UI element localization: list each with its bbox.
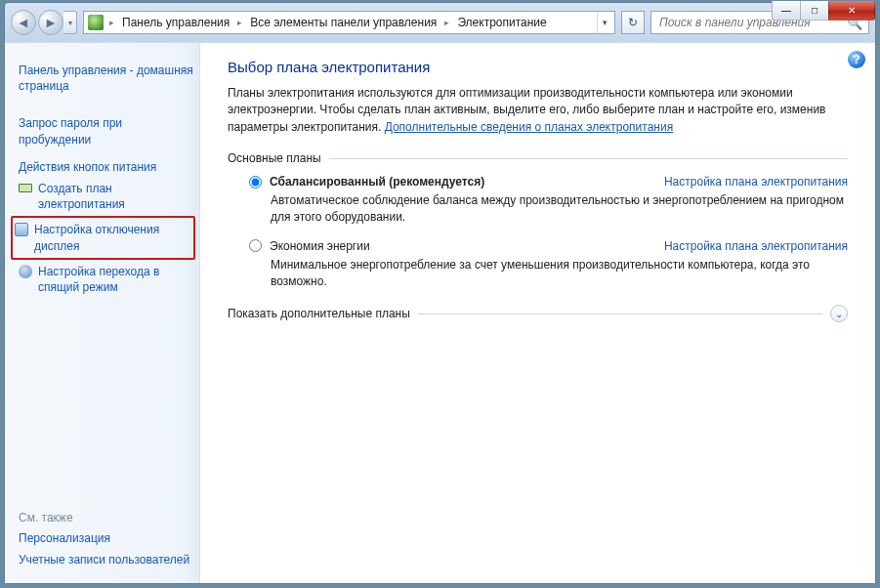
sidebar-item-display-off[interactable]: Настройка отключения дисплея (34, 222, 189, 253)
chevron-right-icon: ▸ (442, 18, 451, 27)
plan-energy-saver-desc: Минимальное энергопотребление за счет ум… (271, 257, 848, 290)
plan-balanced-name: Сбалансированный (рекомендуется) (270, 175, 484, 189)
breadcrumb[interactable]: Панель управления (120, 16, 231, 29)
divider (329, 158, 848, 159)
show-additional-plans-label: Показать дополнительные планы (228, 307, 410, 320)
chevron-right-icon: ▸ (107, 18, 116, 27)
chevron-down-icon[interactable]: ⌄ (830, 305, 848, 322)
see-also-heading: См. также (19, 511, 193, 525)
plan-energy-saver-settings-link[interactable]: Настройка плана электропитания (664, 239, 848, 253)
sidebar-item-create-plan[interactable]: Создать план электропитания (38, 181, 193, 212)
minimize-button[interactable]: — (772, 1, 801, 21)
plan-balanced-radio-label[interactable]: Сбалансированный (рекомендуется) (249, 175, 484, 189)
sidebar-item-sleep[interactable]: Настройка перехода в спящий режим (38, 264, 193, 295)
sidebar-item-power-buttons[interactable]: Действия кнопок питания (19, 159, 193, 175)
intro-text: Планы электропитания используются для оп… (228, 85, 848, 136)
maximize-button[interactable]: □ (800, 1, 829, 21)
see-also-personalization[interactable]: Персонализация (19, 530, 193, 546)
forward-button[interactable]: ► (38, 10, 63, 35)
breadcrumb[interactable]: Электропитание (455, 16, 548, 29)
basic-plans-legend: Основные планы (228, 151, 321, 165)
refresh-icon: ↻ (628, 16, 638, 29)
control-panel-icon (88, 15, 104, 30)
battery-icon (19, 184, 32, 192)
back-button[interactable]: ◄ (11, 10, 36, 35)
control-panel-home-link[interactable]: Панель управления - домашняя страница (19, 63, 193, 94)
display-icon (15, 223, 28, 236)
help-icon[interactable]: ? (848, 51, 865, 68)
sidebar-item-password-on-wake[interactable]: Запрос пароля при пробуждении (19, 115, 193, 147)
history-dropdown[interactable]: ▾ (63, 11, 77, 34)
address-dropdown[interactable]: ▾ (597, 12, 612, 33)
plan-energy-saver-radio[interactable] (249, 239, 262, 252)
highlighted-sidebar-item: Настройка отключения дисплея (11, 216, 195, 259)
address-bar[interactable]: ▸ Панель управления ▸ Все элементы панел… (83, 11, 615, 34)
plan-energy-saver-radio-label[interactable]: Экономия энергии (249, 239, 370, 253)
refresh-button[interactable]: ↻ (621, 11, 645, 34)
see-also-user-accounts[interactable]: Учетные записи пользователей (19, 552, 193, 567)
intro-help-link[interactable]: Дополнительные сведения о планах электро… (385, 120, 673, 134)
plan-balanced-settings-link[interactable]: Настройка плана электропитания (664, 175, 848, 189)
plan-balanced-desc: Автоматическое соблюдение баланса между … (271, 192, 848, 226)
page-title: Выбор плана электропитания (228, 59, 848, 75)
chevron-right-icon: ▸ (235, 18, 244, 27)
plan-balanced-radio[interactable] (249, 176, 262, 189)
close-button[interactable]: ✕ (828, 1, 875, 21)
sleep-icon (19, 265, 32, 278)
divider (418, 314, 822, 315)
show-additional-plans[interactable]: Показать дополнительные планы ⌄ (228, 305, 848, 322)
breadcrumb[interactable]: Все элементы панели управления (248, 16, 439, 29)
plan-energy-saver-name: Экономия энергии (270, 239, 370, 253)
